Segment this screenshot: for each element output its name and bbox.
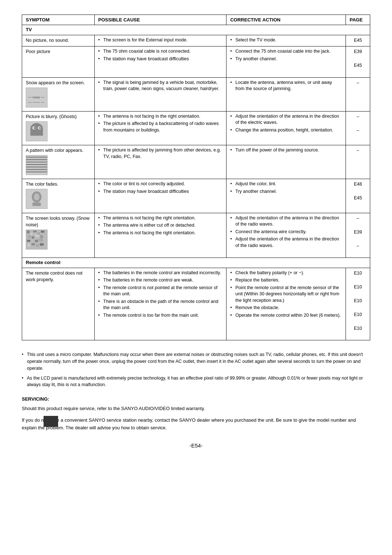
table-row: No picture, no sound.The screen is for t…: [22, 35, 370, 46]
page-value: –: [350, 215, 366, 222]
corrective-cell: Select the TV mode.: [226, 35, 346, 46]
cause-cell: The screen is for the External input mod…: [94, 35, 226, 46]
cause-item: The 75 ohm coaxial cable is not connecte…: [98, 48, 223, 55]
corrective-item: Adjust the orientation of the antenna in…: [230, 236, 342, 249]
page-cell: –E39–: [346, 213, 370, 258]
page-value: E10: [350, 297, 366, 304]
svg-text:~~ ~~~~ ~~: ~~ ~~~~ ~~: [28, 101, 44, 104]
svg-rect-25: [33, 231, 37, 232]
cause-item: The station may have broadcast difficult…: [98, 56, 223, 62]
cause-cell: The signal is being jammed by a vehicle …: [94, 77, 226, 111]
cause-item: The picture is affected by a backscatter…: [98, 121, 223, 133]
cause-cell: The antenna is not facing the right orie…: [94, 213, 226, 258]
black-box-decoration: [44, 416, 58, 427]
corrective-cell: Locate the antenna, antenna wires, or un…: [226, 77, 346, 111]
cause-item: The screen is for the External input mod…: [98, 37, 223, 44]
corrective-item: Connect the antenna wire correctly.: [230, 229, 342, 235]
page-cell: E39E45: [346, 46, 370, 77]
corrective-item: Locate the antenna, antenna wires, or un…: [230, 80, 342, 92]
svg-rect-5: [30, 129, 43, 135]
symptom-cell: Poor picture: [22, 46, 95, 77]
svg-rect-30: [35, 235, 39, 237]
bottom-area: -E54-: [22, 442, 370, 449]
corrective-item: Try another channel.: [230, 56, 342, 62]
servicing-section: SERVICING: Should this product require s…: [22, 396, 370, 432]
symptom-cell: Snow appears on the screen. ~~ noise ~~ …: [22, 77, 95, 111]
corrective-cell: Check the battery polarity (+ or −).Repl…: [226, 268, 346, 340]
note-1: This unit uses a micro computer. Malfunc…: [22, 351, 370, 372]
symptom-icon: ~~ noise ~~ ~~ ~~~~ ~~: [26, 88, 48, 108]
page-value: E39: [350, 48, 366, 55]
svg-rect-32: [27, 240, 30, 242]
page-cell: E48E45: [346, 179, 370, 213]
symptom-icon: [26, 230, 48, 250]
corrective-item: Connect the 75 ohm coaxial cable into th…: [230, 48, 342, 55]
corrective-item: Check the battery polarity (+ or −).: [230, 270, 342, 276]
symptom-cell: No picture, no sound.: [22, 35, 95, 46]
page-cell: –: [346, 77, 370, 111]
table-row: Snow appears on the screen. ~~ noise ~~ …: [22, 77, 370, 111]
corrective-item: Operate the remote control within 20 fee…: [230, 312, 342, 319]
symptom-cell: Picture is blurry. (Ghosts): [22, 111, 95, 145]
svg-rect-33: [31, 239, 34, 243]
corrective-cell: Turn off the power of the jamming source…: [226, 145, 346, 179]
svg-rect-21: [32, 203, 41, 206]
svg-rect-34: [35, 240, 38, 242]
corrective-item: Adjust the color, tint.: [230, 181, 342, 187]
cause-item: There is an obstacle in the path of the …: [98, 299, 223, 311]
svg-rect-27: [41, 231, 45, 233]
notes-section: This unit uses a micro computer. Malfunc…: [22, 351, 370, 388]
page-value: –: [350, 113, 366, 120]
table-row: The color fades. The color or tint is no…: [22, 179, 370, 213]
table-row: Picture is blurry. (Ghosts) The antenna …: [22, 111, 370, 145]
cause-item: The picture is affected by jamming from …: [98, 147, 223, 160]
page-cell: E10E10E10E10E10: [346, 268, 370, 340]
corrective-cell: Connect the 75 ohm coaxial cable into th…: [226, 46, 346, 77]
corrective-item: Turn off the power of the jamming source…: [230, 147, 342, 154]
page-value: E10: [350, 311, 366, 318]
corrective-cell: Adjust the orientation of the antenna in…: [226, 213, 346, 258]
svg-rect-38: [36, 244, 39, 247]
corrective-item: Point the remote control at the remote s…: [230, 285, 342, 304]
section-header-remote-control: Remote control: [22, 258, 370, 268]
table-row: The screen looks snowy. (Snow noise) The…: [22, 213, 370, 258]
symptom-cell: The color fades.: [22, 179, 95, 213]
page-value: E48: [350, 181, 366, 187]
cause-item: The station may have broadcast difficult…: [98, 189, 223, 195]
corrective-item: Select the TV mode.: [230, 37, 342, 44]
cause-item: The signal is being jammed by a vehicle …: [98, 80, 223, 92]
cause-item: The antenna is not facing the right orie…: [98, 230, 223, 236]
servicing-para1: Should this product require service, ref…: [22, 405, 370, 412]
section-header-tv: TV: [22, 25, 370, 35]
symptom-cell: The screen looks snowy. (Snow noise): [22, 213, 95, 258]
page-cell: ––: [346, 111, 370, 145]
symptom-cell: The remote control does not work properl…: [22, 268, 95, 340]
svg-point-9: [39, 127, 41, 129]
page-value: E39: [350, 229, 366, 235]
header-cause: POSSIBLE CAUSE: [94, 15, 226, 25]
corrective-item: Try another channel.: [230, 189, 342, 195]
page-value: E10: [350, 284, 366, 290]
troubleshoot-table: SYMPTOM POSSIBLE CAUSE CORRECTIVE ACTION…: [22, 15, 370, 340]
header-page: PAGE: [346, 15, 370, 25]
page-value: –: [350, 127, 366, 134]
cause-cell: The picture is affected by jamming from …: [94, 145, 226, 179]
table-row: Poor pictureThe 75 ohm coaxial cable is …: [22, 46, 370, 77]
svg-rect-29: [32, 236, 34, 239]
section-title: TV: [22, 25, 370, 35]
svg-rect-39: [40, 243, 44, 246]
svg-rect-36: [28, 244, 30, 247]
svg-rect-23: [27, 231, 30, 234]
svg-rect-35: [39, 239, 43, 242]
cause-item: The batteries in the remote control are …: [98, 277, 223, 284]
table-row: A pattern with color appears. The pictur…: [22, 145, 370, 179]
svg-rect-28: [28, 235, 31, 238]
cause-cell: The antenna is not facing in the right o…: [94, 111, 226, 145]
svg-rect-37: [32, 243, 35, 245]
page-value: E45: [350, 62, 366, 69]
corrective-item: Adjust the orientation of the antenna in…: [230, 113, 342, 126]
page-cell: E45: [346, 35, 370, 46]
note-2: As the LCD panel is manufactured with ex…: [22, 375, 370, 389]
corrective-item: Remove the obstacle.: [230, 305, 342, 311]
svg-rect-31: [40, 235, 43, 238]
